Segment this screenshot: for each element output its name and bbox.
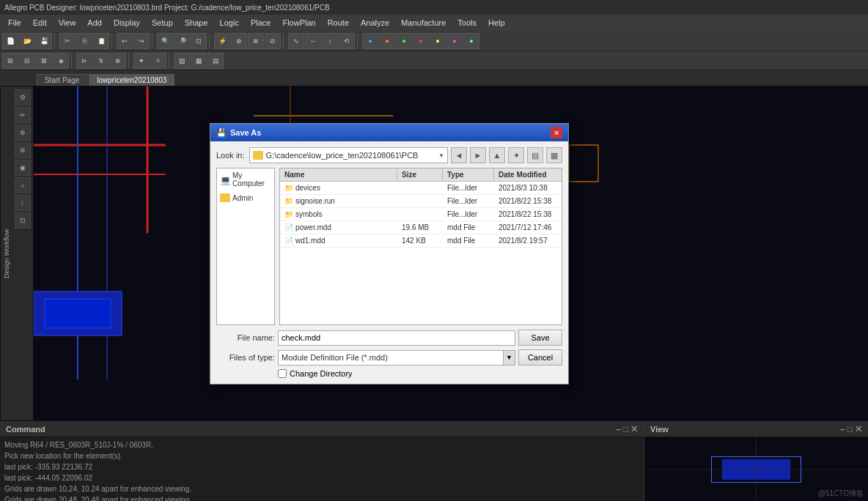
tb2-btn9[interactable]: ✧ [150, 53, 166, 69]
tb-zoom-out[interactable]: 🔎 [174, 33, 190, 49]
tb-btn19[interactable]: ● [463, 33, 479, 49]
menu-analyze[interactable]: Analyze [356, 17, 394, 29]
menu-file[interactable]: File [3, 17, 26, 29]
side-btn-1[interactable]: ⚙ [15, 89, 31, 105]
tb2-btn8[interactable]: ✦ [133, 53, 150, 69]
tb-btn18[interactable]: ● [446, 33, 463, 49]
menu-tools[interactable]: Tools [452, 17, 482, 29]
cancel-button[interactable]: Cancel [518, 349, 562, 365]
filelist-row[interactable]: 📁 devices File...lder 2021/8/3 10:38 [280, 182, 562, 195]
filelist-row[interactable]: 📄 wd1.mdd 142 KB mdd File 2021/8/2 19:57 [280, 234, 562, 248]
filetype-arrow[interactable]: ▼ [503, 351, 515, 365]
tb-btn14[interactable]: ● [379, 33, 395, 49]
save-as-dialog[interactable]: 💾 Save As ✕ Look in: G:\cadence\low_pric… [210, 123, 569, 385]
tb-new[interactable]: 📄 [2, 33, 18, 49]
tb-undo[interactable]: ↩ [117, 33, 133, 49]
nav-detail-view-btn[interactable]: ▦ [546, 147, 562, 163]
filelist-row[interactable]: 📁 signoise.run File...lder 2021/8/22 15:… [280, 195, 562, 208]
menu-add[interactable]: Add [82, 17, 107, 29]
tb2-btn3[interactable]: ⊠ [36, 53, 52, 69]
side-btn-5[interactable]: ◉ [15, 160, 31, 176]
command-close-btn[interactable]: ✕ [630, 424, 638, 434]
tb-zoom-in[interactable]: 🔍 [157, 33, 173, 49]
side-btn-3[interactable]: ⊕ [15, 125, 31, 141]
dialog-filelist[interactable]: Name Size Type Date Modified 📁 devices F… [279, 168, 562, 325]
menu-shape[interactable]: Shape [180, 17, 213, 29]
side-btn-7[interactable]: ↕ [15, 195, 31, 211]
tb-copy[interactable]: ⎘ [76, 33, 92, 49]
tb-btn13[interactable]: ● [362, 33, 378, 49]
tb-btn9[interactable]: ∿ [288, 33, 304, 49]
view-expand-btn[interactable]: □ [847, 424, 853, 434]
tb2-btn12[interactable]: ▤ [207, 53, 224, 69]
header-size[interactable]: Size [397, 168, 443, 181]
tb2-btn1[interactable]: ⊞ [2, 53, 18, 69]
menu-manufacture[interactable]: Manufacture [396, 17, 451, 29]
tb-btn12[interactable]: ⟲ [339, 33, 355, 49]
tb2-btn4[interactable]: ◈ [53, 53, 69, 69]
pcb-canvas[interactable]: 💾 Save As ✕ Look in: G:\cadence\low_pric… [34, 86, 868, 420]
change-dir-checkbox[interactable] [278, 369, 287, 378]
menu-setup[interactable]: Setup [147, 17, 178, 29]
menu-place[interactable]: Place [246, 17, 276, 29]
path-dropdown-arrow[interactable]: ▼ [438, 152, 444, 159]
menu-flowplan[interactable]: FlowPlan [277, 17, 320, 29]
nav-up-btn[interactable]: ▲ [489, 147, 505, 163]
filename-input[interactable] [278, 330, 515, 346]
tb2-btn6[interactable]: ↯ [93, 53, 109, 69]
tb-btn5[interactable]: ⚡ [214, 33, 230, 49]
header-date[interactable]: Date Modified [494, 168, 562, 181]
menu-edit[interactable]: Edit [28, 17, 52, 29]
menu-logic[interactable]: Logic [215, 17, 244, 29]
header-name[interactable]: Name [280, 168, 397, 181]
tb-btn8[interactable]: ⊘ [265, 33, 281, 49]
dialog-path-box[interactable]: G:\cadence\low_price_ten202108061\PCB ▼ [249, 147, 448, 163]
save-button[interactable]: Save [518, 330, 562, 346]
menu-route[interactable]: Route [323, 17, 354, 29]
side-btn-2[interactable]: ✏ [15, 107, 31, 123]
tb-btn11[interactable]: ↕ [322, 33, 338, 49]
header-type[interactable]: Type [443, 168, 494, 181]
tb-open[interactable]: 📂 [19, 33, 35, 49]
menu-view[interactable]: View [54, 17, 81, 29]
tb-fit[interactable]: ⊡ [191, 33, 207, 49]
tb2-btn7[interactable]: ⊕ [110, 53, 126, 69]
menu-help[interactable]: Help [483, 17, 510, 29]
design-workflow-panel: Design Workflow [0, 86, 12, 420]
dialog-close-button[interactable]: ✕ [551, 127, 562, 138]
tb2-btn11[interactable]: ▦ [191, 53, 207, 69]
tb-btn16[interactable]: ● [413, 33, 429, 49]
command-expand-btn[interactable]: □ [623, 424, 628, 434]
tb2-btn2[interactable]: ⊟ [19, 53, 35, 69]
view-minimize-btn[interactable]: – [840, 424, 845, 434]
nav-new-folder-btn[interactable]: ✦ [508, 147, 524, 163]
filelist-row[interactable]: 📄 power.mdd 19.6 MB mdd File 2021/7/12 1… [280, 221, 562, 234]
tab-design[interactable]: lowpriceten20210803 [89, 74, 174, 86]
tb-btn7[interactable]: ⊗ [248, 33, 264, 49]
side-btn-8[interactable]: ⊡ [15, 212, 31, 229]
tb-btn6[interactable]: ⊕ [231, 33, 247, 49]
dialog-filetree[interactable]: 💻 My Computer Admin [216, 168, 275, 325]
tb-btn17[interactable]: ● [430, 33, 446, 49]
tab-startpage[interactable]: Start Page [37, 74, 87, 86]
filetree-item-mycomputer[interactable]: 💻 My Computer [217, 168, 274, 190]
tb2-btn10[interactable]: ▨ [174, 53, 190, 69]
tb-paste[interactable]: 📋 [93, 33, 109, 49]
nav-forward-btn[interactable]: ► [470, 147, 486, 163]
view-close-btn[interactable]: ✕ [855, 424, 862, 434]
side-btn-6[interactable]: ⟐ [15, 177, 31, 193]
tb-redo[interactable]: ↪ [133, 33, 150, 49]
nav-list-view-btn[interactable]: ▤ [527, 147, 543, 163]
tb-save[interactable]: 💾 [36, 33, 52, 49]
tb2-btn5[interactable]: ⊳ [76, 53, 92, 69]
tb-btn15[interactable]: ● [396, 33, 412, 49]
filelist-row[interactable]: 📁 symbols File...lder 2021/8/22 15:38 [280, 208, 562, 221]
side-btn-4[interactable]: ⊗ [15, 142, 31, 158]
tb-cut[interactable]: ✂ [59, 33, 76, 49]
tb-btn10[interactable]: ↔ [305, 33, 321, 49]
menu-display[interactable]: Display [108, 17, 145, 29]
filetree-item-admin[interactable]: Admin [217, 190, 274, 205]
filetype-select[interactable]: Module Definition File (*.mdd) ▼ [278, 350, 515, 365]
nav-back-btn[interactable]: ◄ [451, 147, 467, 163]
command-minimize-btn[interactable]: – [616, 424, 621, 434]
